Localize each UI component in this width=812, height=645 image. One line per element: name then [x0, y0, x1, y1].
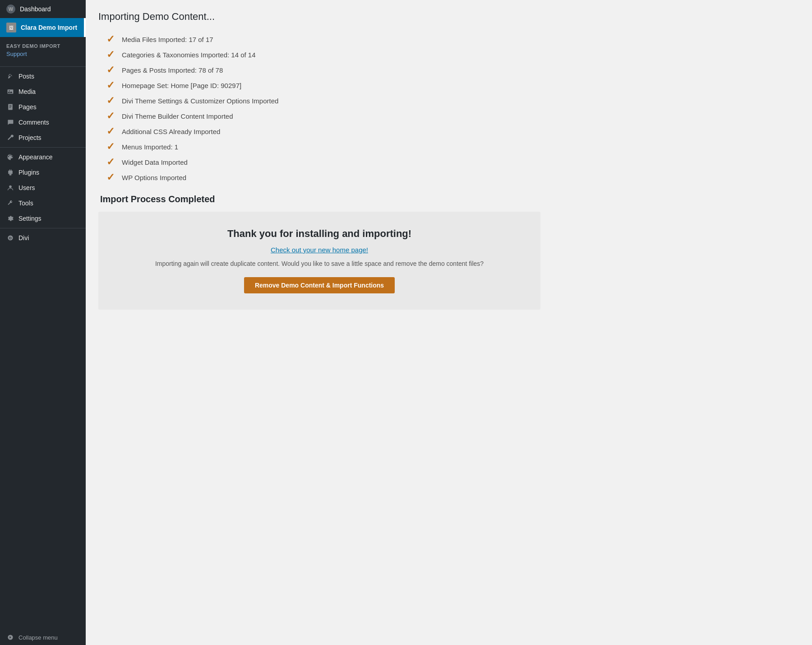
import-item-media: Media Files Imported: 17 of 17	[122, 36, 213, 43]
checkmark-icon: ✓	[106, 65, 115, 75]
sidebar-item-posts[interactable]: Posts	[0, 69, 86, 84]
sidebar-item-settings[interactable]: Settings	[0, 211, 86, 226]
user-icon	[6, 184, 14, 192]
sidebar-item-projects[interactable]: Projects	[0, 130, 86, 145]
page-title: Importing Demo Content...	[98, 11, 799, 23]
sidebar-item-media[interactable]: Media	[0, 84, 86, 99]
wp-logo-icon: W	[6, 5, 15, 14]
checkmark-icon: ✓	[106, 80, 115, 90]
import-item-divi-settings: Divi Theme Settings & Customizer Options…	[122, 97, 278, 105]
home-page-link[interactable]: Check out your new home page!	[109, 246, 530, 254]
svg-rect-0	[8, 89, 14, 94]
list-item: ✓ Widget Data Imported	[98, 154, 799, 170]
import-item-homepage: Homepage Set: Home [Page ID: 90297]	[122, 82, 241, 89]
sidebar-divider-2	[0, 147, 86, 148]
remove-demo-content-button[interactable]: Remove Demo Content & Import Functions	[244, 277, 395, 293]
easy-demo-import-label: Easy Demo Import	[0, 41, 86, 50]
comments-label: Comments	[18, 119, 49, 126]
sidebar-item-users[interactable]: Users	[0, 180, 86, 195]
import-item-divi-builder: Divi Theme Builder Content Imported	[122, 112, 233, 120]
sidebar-divider-1	[0, 66, 86, 67]
easy-demo-section: Easy Demo Import Support	[0, 37, 86, 65]
wrench-icon	[6, 134, 14, 142]
sidebar-item-plugins[interactable]: Plugins	[0, 165, 86, 180]
dashboard-label: Dashboard	[20, 5, 51, 13]
plugin-icon	[6, 168, 14, 176]
projects-label: Projects	[18, 134, 42, 141]
sidebar-item-pages[interactable]: Pages	[0, 99, 86, 115]
sidebar-item-appearance[interactable]: Appearance	[0, 149, 86, 165]
sidebar-item-divi[interactable]: D Divi	[0, 230, 86, 246]
svg-rect-5	[8, 171, 13, 174]
completion-description: Importing again will create duplicate co…	[109, 260, 530, 267]
collapse-label: Collapse menu	[18, 634, 58, 641]
svg-point-1	[9, 90, 9, 91]
sidebar-item-comments[interactable]: Comments	[0, 115, 86, 130]
sidebar-divider-3	[0, 228, 86, 228]
list-item: ✓ Categories & Taxonomies Imported: 14 o…	[98, 47, 799, 62]
comment-icon	[6, 118, 14, 126]
sidebar-item-dashboard[interactable]: W Dashboard	[0, 0, 86, 18]
checkmark-icon: ✓	[106, 157, 115, 167]
avatar: 🖼	[6, 23, 16, 32]
list-item: ✓ Additional CSS Already Imported	[98, 124, 799, 139]
divi-label: Divi	[18, 234, 29, 241]
collapse-icon	[6, 633, 14, 641]
checkmark-icon: ✓	[106, 96, 115, 106]
import-item-pages: Pages & Posts Imported: 78 of 78	[122, 66, 223, 74]
import-item-categories: Categories & Taxonomies Imported: 14 of …	[122, 51, 256, 59]
list-item: ✓ Media Files Imported: 17 of 17	[98, 32, 799, 47]
checkmark-icon: ✓	[106, 34, 115, 44]
completed-title: Import Process Completed	[100, 194, 799, 204]
paint-icon	[6, 153, 14, 161]
list-item: ✓ Divi Theme Builder Content Imported	[98, 108, 799, 124]
tools-icon	[6, 199, 14, 207]
main-content: Importing Demo Content... ✓ Media Files …	[86, 0, 812, 645]
checkmark-icon: ✓	[106, 50, 115, 60]
sidebar-item-support[interactable]: Support	[0, 50, 86, 61]
image-icon	[6, 88, 14, 96]
import-item-wp-options: WP Options Imported	[122, 174, 186, 181]
list-item: ✓ Pages & Posts Imported: 78 of 78	[98, 62, 799, 78]
checkmark-icon: ✓	[106, 111, 115, 121]
document-icon	[6, 103, 14, 111]
pages-label: Pages	[18, 103, 37, 111]
checkmark-icon: ✓	[106, 142, 115, 152]
settings-icon	[6, 214, 14, 223]
list-item: ✓ Homepage Set: Home [Page ID: 90297]	[98, 78, 799, 93]
posts-label: Posts	[18, 73, 34, 80]
import-item-css: Additional CSS Already Imported	[122, 128, 220, 135]
list-item: ✓ Divi Theme Settings & Customizer Optio…	[98, 93, 799, 108]
svg-point-7	[9, 186, 12, 188]
tools-label: Tools	[18, 200, 33, 207]
divi-icon: D	[6, 234, 14, 242]
svg-rect-2	[8, 104, 13, 110]
completion-box: Thank you for installing and importing! …	[98, 212, 540, 310]
checkmark-icon: ✓	[106, 126, 115, 136]
collapse-menu-button[interactable]: Collapse menu	[0, 630, 86, 645]
settings-label: Settings	[18, 215, 42, 222]
import-item-menus: Menus Imported: 1	[122, 143, 178, 151]
thumbtack-icon	[6, 72, 14, 80]
checkmark-icon: ✓	[106, 172, 115, 182]
users-label: Users	[18, 184, 35, 191]
completion-heading: Thank you for installing and importing!	[109, 228, 530, 240]
appearance-label: Appearance	[18, 153, 53, 161]
list-item: ✓ WP Options Imported	[98, 170, 799, 185]
sidebar: W Dashboard 🖼 Clara Demo Import Easy Dem…	[0, 0, 86, 645]
import-item-widgets: Widget Data Imported	[122, 158, 188, 166]
avatar-text: 🖼	[9, 25, 14, 30]
plugins-label: Plugins	[18, 169, 39, 176]
media-label: Media	[18, 88, 36, 95]
svg-text:D: D	[9, 236, 12, 240]
svg-rect-6	[9, 174, 12, 175]
sidebar-item-clara-demo-import[interactable]: 🖼 Clara Demo Import	[0, 18, 86, 37]
import-list: ✓ Media Files Imported: 17 of 17 ✓ Categ…	[98, 32, 799, 185]
active-item-label: Clara Demo Import	[21, 23, 77, 32]
sidebar-item-tools[interactable]: Tools	[0, 195, 86, 211]
list-item: ✓ Menus Imported: 1	[98, 139, 799, 154]
